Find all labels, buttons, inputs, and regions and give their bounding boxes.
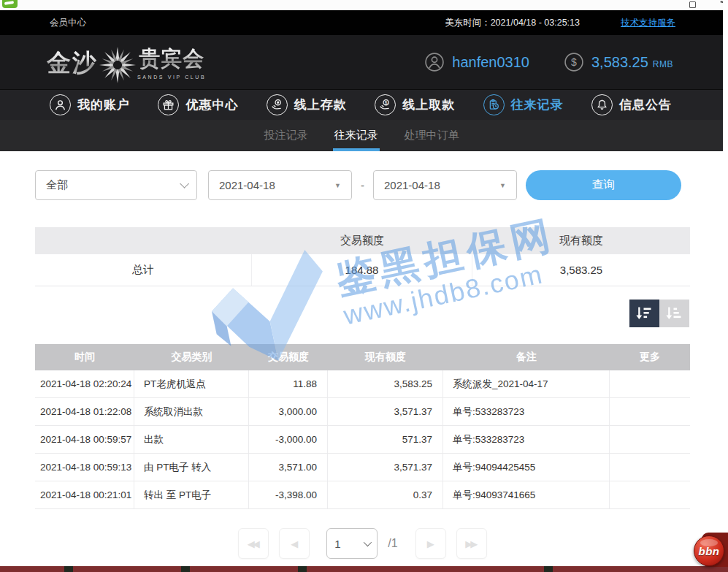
footer-segment bbox=[544, 566, 553, 572]
search-button[interactable]: 查询 bbox=[526, 170, 681, 200]
nav-item-announcements[interactable]: 信息公告 bbox=[591, 94, 672, 115]
sort-descending-icon bbox=[636, 306, 653, 321]
page-select[interactable]: 1 bbox=[326, 528, 378, 559]
last-page-button[interactable]: ▶▶ bbox=[456, 528, 487, 559]
tab-pending-orders[interactable]: 处理中订单 bbox=[403, 120, 461, 151]
col-type: 交易类别 bbox=[134, 344, 249, 370]
table-row: 2021-04-18 02:20:24 PT老虎机返点 11.88 3,583.… bbox=[35, 370, 690, 398]
summary-total-row: 总计 184.88 3,583.25 bbox=[35, 254, 690, 286]
footer-segment bbox=[298, 566, 307, 572]
bell-icon bbox=[591, 94, 613, 115]
site-header: 金沙 贵宾会 SANDS VIP CLUB bbox=[0, 35, 723, 89]
first-page-button[interactable]: ◀◀ bbox=[238, 528, 269, 559]
transfer-records-icon bbox=[483, 94, 505, 115]
browser-strip bbox=[0, 0, 728, 10]
date-from-select[interactable]: 2021-04-18 ▼ bbox=[208, 170, 352, 200]
topbar: 会员中心 美东时间：2021/04/18 - 03:25:13 技术支持服务 bbox=[0, 10, 723, 35]
nav-item-withdraw[interactable]: $ 线上取款 bbox=[375, 94, 455, 115]
caret-down-icon: ▼ bbox=[334, 182, 341, 189]
logo-text-left: 金沙 bbox=[47, 47, 98, 80]
sort-ascending-icon bbox=[666, 306, 683, 321]
eastern-time-label: 美东时间：2021/04/18 - 03:25:13 bbox=[445, 17, 580, 29]
tab-bet-records[interactable]: 投注记录 bbox=[263, 120, 310, 151]
nav-item-transfer-records[interactable]: 往来记录 bbox=[483, 94, 564, 115]
withdraw-icon: $ bbox=[375, 94, 396, 115]
right-gap bbox=[723, 0, 728, 566]
col-remark: 备注 bbox=[443, 344, 610, 370]
deposit-icon bbox=[267, 94, 288, 115]
logo-text-right: 贵宾会 bbox=[139, 45, 204, 74]
chevron-down-icon bbox=[364, 538, 372, 546]
summary-total-balance: 3,583.25 bbox=[472, 254, 690, 286]
table-row: 2021-04-18 00:59:57 出款 -3,000.00 571.37 … bbox=[35, 426, 690, 454]
table-row: 2021-04-18 01:22:08 系统取消出款 3,000.00 3,57… bbox=[35, 398, 690, 426]
footer-segment bbox=[64, 566, 73, 572]
user-icon bbox=[50, 94, 71, 115]
currency-label: RMB bbox=[653, 59, 673, 69]
browser-window-icon bbox=[689, 1, 696, 8]
nav-item-deposit[interactable]: 线上存款 bbox=[267, 94, 347, 115]
col-more: 更多 bbox=[610, 344, 690, 370]
footer-segment bbox=[181, 566, 190, 572]
chevron-down-icon bbox=[180, 179, 189, 188]
summary-total-transaction: 184.88 bbox=[252, 254, 472, 286]
date-to-select[interactable]: 2021-04-18 ▼ bbox=[373, 170, 517, 200]
col-balance: 现有额度 bbox=[328, 344, 443, 370]
table-row: 2021-04-18 00:21:01 转出 至 PT电子 -3,398.00 … bbox=[35, 481, 690, 509]
summary-header-transaction: 交易额度 bbox=[252, 227, 472, 254]
member-center-label: 会员中心 bbox=[50, 17, 86, 29]
pagination: ◀◀ ◀ 1 /1 ▶ ▶▶ bbox=[35, 528, 690, 559]
table-row: 2021-04-18 00:59:13 由 PT电子 转入 3,571.00 3… bbox=[35, 454, 690, 481]
summary-table: 交易额度 现有额度 总计 184.88 3,583.25 bbox=[35, 227, 690, 286]
nav-item-promotions[interactable]: 优惠中心 bbox=[158, 94, 238, 115]
type-select[interactable]: 全部 bbox=[35, 170, 197, 200]
summary-header-balance: 现有额度 bbox=[472, 227, 690, 254]
sort-descending-button[interactable] bbox=[629, 300, 659, 327]
caret-down-icon: ▼ bbox=[499, 182, 506, 189]
date-range-separator: - bbox=[361, 179, 364, 191]
content: 全部 2021-04-18 ▼ - 2021-04-18 ▼ 查询 交易额度 现… bbox=[0, 151, 723, 566]
records-table: 时间 交易类别 交易额度 现有额度 备注 更多 2021-04-18 02:20… bbox=[35, 344, 690, 509]
user-area: hanfen0310 $ 3,583.25 RMB bbox=[425, 53, 673, 72]
footer-strip bbox=[0, 566, 728, 572]
col-time: 时间 bbox=[35, 344, 134, 370]
svg-text:$: $ bbox=[385, 100, 388, 105]
username[interactable]: hanfen0310 bbox=[452, 54, 529, 71]
balance-amount: 3,583.25 bbox=[591, 54, 648, 71]
subnav: 投注记录 往来记录 处理中订单 bbox=[0, 120, 723, 151]
filter-row: 全部 2021-04-18 ▼ - 2021-04-18 ▼ 查询 bbox=[35, 170, 681, 200]
summary-total-label: 总计 bbox=[35, 254, 252, 286]
bbin-logo[interactable]: bbn bbox=[694, 535, 724, 566]
main-nav: 我的账户 优惠中心 线上存款 $ bbox=[0, 89, 723, 120]
user-avatar-icon bbox=[425, 53, 444, 72]
prev-page-button[interactable]: ◀ bbox=[279, 528, 310, 559]
next-page-button[interactable]: ▶ bbox=[415, 528, 446, 559]
records-header-row: 时间 交易类别 交易额度 现有额度 备注 更多 bbox=[35, 344, 690, 370]
dollar-icon: $ bbox=[564, 53, 583, 72]
summary-header-empty bbox=[35, 227, 252, 254]
nav-item-my-account[interactable]: 我的账户 bbox=[50, 94, 130, 115]
col-transaction: 交易额度 bbox=[249, 344, 328, 370]
logo-subtitle: SANDS VIP CLUB bbox=[137, 75, 206, 80]
summary-header-row: 交易额度 现有额度 bbox=[35, 227, 690, 254]
sunburst-icon bbox=[99, 46, 137, 84]
browser-app-icon bbox=[2, 0, 18, 8]
sands-vip-club-logo[interactable]: 金沙 贵宾会 SANDS VIP CLUB bbox=[47, 45, 206, 80]
sort-ascending-button[interactable] bbox=[659, 300, 689, 327]
gift-icon bbox=[158, 94, 179, 115]
total-pages-label: /1 bbox=[388, 537, 397, 550]
sort-bar bbox=[629, 300, 689, 327]
tech-support-link[interactable]: 技术支持服务 bbox=[621, 17, 675, 29]
tab-transfer-records[interactable]: 往来记录 bbox=[333, 120, 380, 151]
svg-text:$: $ bbox=[571, 56, 577, 68]
